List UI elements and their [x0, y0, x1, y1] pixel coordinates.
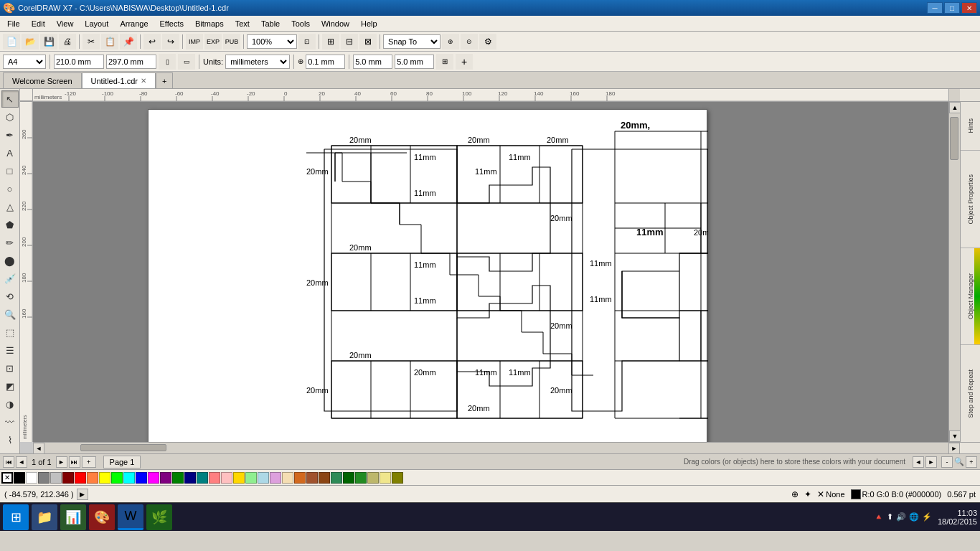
- taskbar-app2[interactable]: 📊: [60, 504, 86, 530]
- height-input[interactable]: [106, 55, 156, 69]
- view-ruler-btn[interactable]: ⊠: [359, 34, 377, 50]
- save-button[interactable]: 💾: [40, 34, 57, 50]
- scroll-thumb-h[interactable]: [80, 444, 166, 451]
- color-lime[interactable]: [111, 472, 123, 484]
- color-white[interactable]: [26, 472, 37, 484]
- snap-to-select[interactable]: Snap To: [383, 34, 440, 49]
- color-forestgreen[interactable]: [355, 472, 367, 484]
- zoom-tool[interactable]: 🔍: [1, 306, 19, 323]
- menu-layout[interactable]: Layout: [79, 18, 114, 29]
- crop-tool[interactable]: ⊡: [1, 359, 19, 377]
- options-btn[interactable]: ⚙: [479, 34, 496, 50]
- export-button[interactable]: EXP: [204, 34, 222, 50]
- color-lightgreen[interactable]: [245, 472, 257, 484]
- scroll-track[interactable]: [949, 113, 960, 430]
- color-wheat[interactable]: [282, 472, 293, 484]
- fill-tool[interactable]: ⬤: [1, 252, 19, 269]
- rotate-tool[interactable]: ⟲: [1, 288, 19, 305]
- color-lightpink[interactable]: [221, 472, 232, 484]
- color-sienna[interactable]: [306, 472, 318, 484]
- paper-size-select[interactable]: A4: [3, 55, 46, 69]
- pencil-tool[interactable]: ✏: [1, 234, 19, 251]
- shadow-tool[interactable]: ◩: [1, 377, 19, 395]
- color-darkgreen[interactable]: [343, 472, 354, 484]
- menu-bitmaps[interactable]: Bitmaps: [189, 18, 230, 29]
- add-page-nav-btn[interactable]: +: [82, 456, 96, 468]
- polygon-tool[interactable]: △: [1, 198, 19, 215]
- copy-button[interactable]: 📋: [101, 34, 118, 50]
- color-gold[interactable]: [233, 472, 245, 484]
- view-btn-2[interactable]: ►: [925, 456, 937, 468]
- next-page-btn[interactable]: ►: [56, 456, 67, 468]
- menu-tools[interactable]: Tools: [286, 18, 316, 29]
- shape-tool[interactable]: ⬡: [1, 108, 19, 126]
- color-teal[interactable]: [197, 472, 208, 484]
- close-button[interactable]: ✕: [961, 2, 977, 14]
- zoom-select[interactable]: 100% 50% 200% Fit Page: [247, 34, 297, 49]
- menu-view[interactable]: View: [51, 18, 80, 29]
- tab-close-button[interactable]: ✕: [141, 77, 146, 85]
- transparency-tool[interactable]: ◑: [1, 395, 19, 413]
- color-yellow[interactable]: [99, 472, 110, 484]
- blend-tool[interactable]: ☰: [1, 342, 19, 359]
- tab-add-button[interactable]: +: [156, 72, 173, 88]
- rectangle-tool[interactable]: □: [1, 162, 19, 179]
- undo-button[interactable]: ↩: [143, 34, 161, 50]
- select-tool[interactable]: ↖: [1, 90, 19, 108]
- scroll-right-btn[interactable]: ►: [948, 443, 960, 454]
- connector-tool[interactable]: ⬚: [1, 324, 19, 341]
- color-plum[interactable]: [270, 472, 281, 484]
- h-scrollbar[interactable]: ◄ ►: [33, 442, 980, 453]
- zoom-out-status[interactable]: -: [941, 456, 953, 468]
- h-scroll-track[interactable]: [44, 443, 948, 453]
- menu-help[interactable]: Help: [355, 18, 383, 29]
- menu-arrange[interactable]: Arrange: [114, 18, 154, 29]
- no-color-swatch[interactable]: ✕: [1, 472, 13, 484]
- spiral-tool[interactable]: ⬟: [1, 216, 19, 233]
- text-tool[interactable]: A: [1, 144, 19, 161]
- prev-page-btn[interactable]: ◄: [16, 456, 27, 468]
- orientation-landscape[interactable]: ▭: [178, 54, 195, 70]
- color-seagreen[interactable]: [331, 472, 342, 484]
- menu-file[interactable]: File: [1, 18, 26, 29]
- menu-window[interactable]: Window: [316, 18, 355, 29]
- taskbar-app5[interactable]: 🌿: [146, 504, 172, 530]
- v-scrollbar[interactable]: ▲ ▼: [948, 102, 960, 442]
- color-darkkhaki[interactable]: [367, 472, 379, 484]
- snap-icon[interactable]: ⊕: [442, 34, 459, 50]
- color-darkred[interactable]: [62, 472, 74, 484]
- add-page-btn[interactable]: +: [456, 54, 473, 70]
- tab-welcome[interactable]: Welcome Screen: [3, 72, 82, 88]
- last-page-btn[interactable]: ⏭: [69, 456, 80, 468]
- grid-y-input[interactable]: [395, 55, 434, 69]
- scroll-down-btn[interactable]: ▼: [949, 430, 960, 442]
- import-button[interactable]: IMP: [186, 34, 203, 50]
- color-silver[interactable]: [50, 472, 62, 484]
- scroll-up-btn[interactable]: ▲: [949, 102, 960, 113]
- snap-btn2[interactable]: ⊝: [461, 34, 478, 50]
- eyedropper-tool[interactable]: 💉: [1, 270, 19, 287]
- object-manager-tab[interactable]: Object Manager: [961, 248, 980, 346]
- nudge-input[interactable]: [306, 55, 345, 69]
- taskbar-app3[interactable]: 🎨: [89, 504, 115, 530]
- color-orange[interactable]: [87, 472, 98, 484]
- grid-x-input[interactable]: [353, 55, 392, 69]
- view-btn-1[interactable]: ◄: [913, 456, 924, 468]
- minimize-button[interactable]: ─: [927, 2, 943, 14]
- color-gray[interactable]: [38, 472, 50, 484]
- object-properties-tab[interactable]: Object Properties: [961, 151, 980, 248]
- color-green[interactable]: [172, 472, 184, 484]
- page-label-tab[interactable]: Page 1: [103, 456, 141, 468]
- color-chocolate[interactable]: [294, 472, 306, 484]
- view-grid-btn[interactable]: ⊟: [341, 34, 358, 50]
- scroll-thumb-v[interactable]: [950, 117, 958, 160]
- publish-button[interactable]: PUB: [223, 34, 240, 50]
- print-button[interactable]: 🖨: [59, 34, 76, 50]
- cut-button[interactable]: ✂: [83, 34, 100, 50]
- scroll-left-btn[interactable]: ◄: [33, 443, 44, 454]
- redo-button[interactable]: ↪: [162, 34, 179, 50]
- menu-table[interactable]: Table: [255, 18, 286, 29]
- color-cyan[interactable]: [123, 472, 135, 484]
- color-lightblue[interactable]: [258, 472, 269, 484]
- color-khaki[interactable]: [380, 472, 391, 484]
